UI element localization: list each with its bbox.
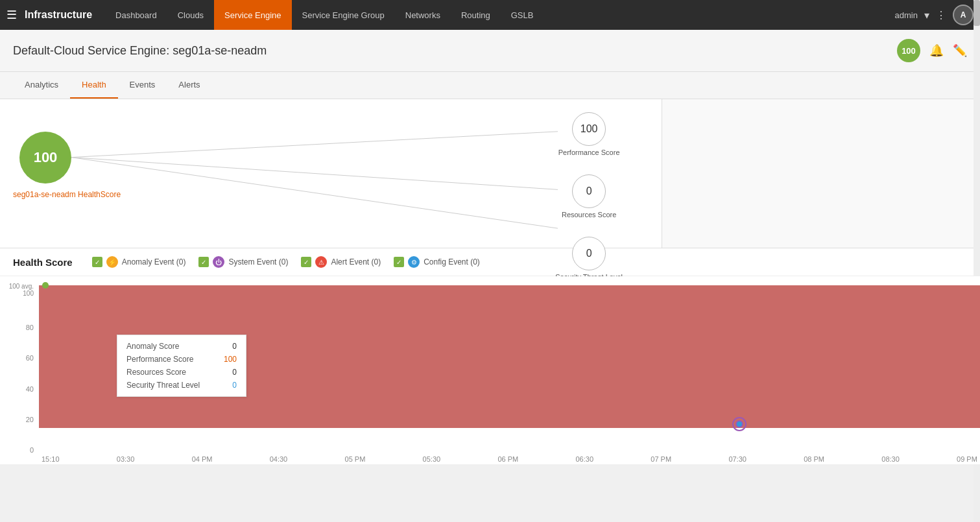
tooltip-row-performance: Performance Score 100 [126, 355, 237, 364]
x-label-9: 07:30 [728, 455, 747, 463]
nav-item-clouds[interactable]: Clouds [167, 0, 214, 30]
sub-tabs: Analytics Health Events Alerts [0, 72, 980, 99]
config-icon: ⚙ [408, 256, 420, 268]
app-brand: Infrastructure [25, 9, 92, 21]
y-label-40: 40 [0, 385, 34, 393]
svg-line-2 [71, 158, 558, 229]
legend-items: ✓ ⚡ Anomaly Event (0) ✓ ⏻ System Event (… [92, 256, 480, 268]
resources-score-circle: 0 [572, 174, 606, 208]
health-circle-main: 100 [19, 132, 71, 184]
score-item-performance: 100 Performance Score [555, 112, 623, 156]
dropdown-icon[interactable]: ▾ [924, 9, 929, 21]
more-options-icon[interactable]: ⋮ [936, 9, 946, 21]
health-score-label: seg01a-se-neadm HealthScore [13, 190, 121, 199]
tab-alerts[interactable]: Alerts [167, 72, 211, 99]
y-label-80: 80 [0, 324, 34, 331]
x-label-4: 05 PM [345, 455, 366, 463]
scrollbar-thumb[interactable] [974, 0, 980, 26]
edit-icon[interactable]: ✏️ [953, 43, 967, 58]
page-title: Default-Cloud Service Engine: seg01a-se-… [13, 44, 267, 58]
resources-score-label: Resources Score [562, 211, 616, 219]
svg-point-4 [42, 282, 49, 289]
avg-label: 100 avg. 100 [0, 283, 34, 297]
score-items: 100 Performance Score 0 Resources Score … [555, 112, 623, 281]
chart-plot: Anomaly Score 0 Performance Score 100 Re… [39, 276, 980, 464]
score-item-security: 0 Security Threat Level [555, 237, 623, 281]
nav-avatar[interactable]: A [953, 5, 974, 25]
tooltip-resources-val: 0 [232, 368, 237, 377]
tooltip-resources-label: Resources Score [126, 368, 186, 377]
config-check[interactable]: ✓ [394, 257, 404, 267]
nav-item-service-engine[interactable]: Service Engine [214, 0, 291, 30]
tooltip-box: Anomaly Score 0 Performance Score 100 Re… [117, 335, 246, 397]
score-item-resources: 0 Resources Score [555, 174, 623, 219]
tooltip-performance-label: Performance Score [126, 355, 193, 364]
x-label-7: 06:30 [575, 455, 593, 463]
x-label-2: 04 PM [192, 455, 213, 463]
tooltip-row-anomaly: Anomaly Score 0 [126, 342, 237, 351]
chart-title: Health Score [13, 257, 73, 268]
chart-container: 100 avg. 100 80 60 40 20 0 [0, 276, 980, 464]
x-label-12: 09 PM [957, 455, 977, 463]
x-label-11: 08:30 [881, 455, 900, 463]
nav-right: admin ▾ ⋮ A [895, 5, 974, 25]
alert-check[interactable]: ✓ [301, 257, 311, 267]
x-label-5: 05:30 [423, 455, 441, 463]
alert-label: Alert Event (0) [331, 257, 381, 267]
tooltip-security-val: 0 [232, 381, 237, 390]
tab-health[interactable]: Health [70, 72, 118, 99]
nav-item-dashboard[interactable]: Dashboard [105, 0, 167, 30]
legend-config: ✓ ⚙ Config Event (0) [394, 256, 480, 268]
x-label-8: 07 PM [651, 455, 671, 463]
hamburger-icon[interactable]: ☰ [6, 8, 17, 22]
x-label-0: 15:10 [42, 455, 60, 463]
page-header: Default-Cloud Service Engine: seg01a-se-… [0, 30, 980, 72]
anomaly-check[interactable]: ✓ [92, 257, 102, 267]
alert-icon: ⚠ [315, 256, 327, 268]
svg-point-5 [736, 421, 743, 427]
diagram-right [662, 99, 980, 248]
health-diagram: 100 seg01a-se-neadm HealthScore 100 Perf… [0, 99, 980, 248]
tab-events[interactable]: Events [118, 72, 167, 99]
anomaly-label: Anomaly Event (0) [122, 257, 186, 267]
notification-icon[interactable]: 🔔 [929, 43, 944, 58]
nav-user: admin [895, 10, 918, 20]
x-label-6: 06 PM [497, 455, 518, 463]
y-label-20: 20 [0, 416, 34, 423]
tooltip-row-security: Security Threat Level 0 [126, 381, 237, 390]
header-actions: 100 🔔 ✏️ [897, 39, 967, 62]
nav-items: Dashboard Clouds Service Engine Service … [105, 0, 895, 30]
y-label-0: 0 [0, 446, 34, 454]
diagram-left: 100 seg01a-se-neadm HealthScore 100 Perf… [0, 99, 662, 248]
nav-item-service-engine-group[interactable]: Service Engine Group [292, 0, 395, 30]
svg-line-1 [71, 158, 558, 190]
performance-score-circle: 100 [572, 112, 606, 146]
nav-item-routing[interactable]: Routing [451, 0, 501, 30]
svg-line-0 [71, 132, 558, 158]
nav-item-networks[interactable]: Networks [395, 0, 451, 30]
top-navigation: ☰ Infrastructure Dashboard Clouds Servic… [0, 0, 980, 30]
legend-anomaly: ✓ ⚡ Anomaly Event (0) [92, 256, 186, 268]
tooltip-security-label: Security Threat Level [126, 381, 200, 390]
performance-score-label: Performance Score [558, 148, 620, 156]
legend-system: ✓ ⏻ System Event (0) [198, 256, 288, 268]
system-check[interactable]: ✓ [198, 257, 209, 267]
y-axis-labels: 100 avg. 100 80 60 40 20 0 [0, 276, 39, 464]
legend-alert: ✓ ⚠ Alert Event (0) [301, 256, 381, 268]
config-label: Config Event (0) [424, 257, 480, 267]
x-label-10: 08 PM [804, 455, 824, 463]
anomaly-icon: ⚡ [106, 256, 118, 268]
tooltip-performance-val: 100 [224, 355, 237, 364]
x-axis-labels: 15:10 03:30 04 PM 04:30 05 PM 05:30 06 P… [39, 454, 980, 464]
x-label-3: 04:30 [270, 455, 288, 463]
tab-analytics[interactable]: Analytics [13, 72, 70, 99]
x-label-1: 03:30 [117, 455, 135, 463]
system-icon: ⏻ [213, 256, 224, 268]
security-score-circle: 0 [572, 237, 606, 270]
nav-item-gslb[interactable]: GSLB [501, 0, 544, 30]
chart-section: Health Score ✓ ⚡ Anomaly Event (0) ✓ ⏻ S… [0, 248, 980, 464]
system-label: System Event (0) [228, 257, 288, 267]
chart-header: Health Score ✓ ⚡ Anomaly Event (0) ✓ ⏻ S… [0, 248, 980, 276]
y-label-60: 60 [0, 354, 34, 362]
tooltip-anomaly-val: 0 [232, 342, 237, 351]
